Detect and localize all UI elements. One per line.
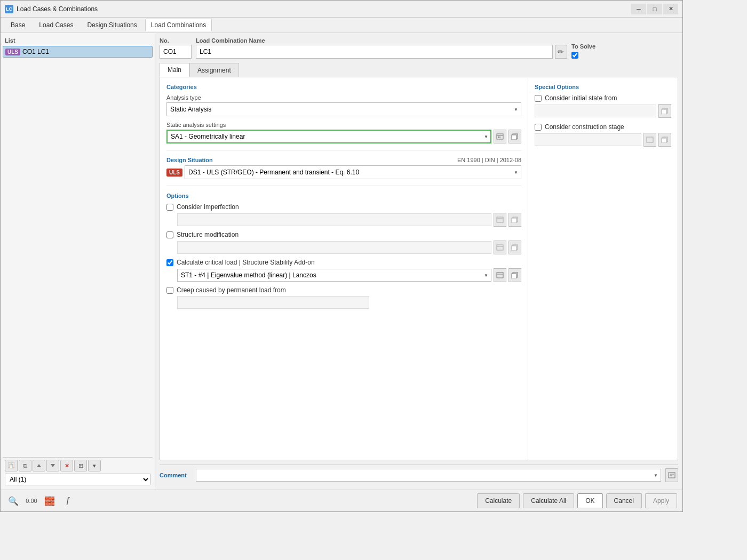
ds-select-wrapper: DS1 - ULS (STR/GEO) - Permanent and tran…	[185, 165, 521, 179]
svg-rect-26	[662, 138, 666, 143]
creep-input	[177, 296, 369, 309]
to-solve-checkbox[interactable]	[571, 52, 578, 59]
tab-main[interactable]: Main	[160, 63, 189, 77]
tab-design-situations[interactable]: Design Situations	[81, 19, 142, 31]
structure-modification-row: Structure modification	[166, 231, 521, 254]
minimize-button[interactable]: ─	[631, 4, 646, 14]
calculate-critical-checkbox[interactable]	[166, 259, 173, 266]
calculate-critical-check-row: Calculate critical load | Structure Stab…	[166, 259, 521, 266]
app-icon: LC	[5, 5, 13, 13]
ok-button[interactable]: OK	[577, 493, 602, 508]
initial-state-copy-btn[interactable]	[658, 104, 671, 118]
comment-select[interactable]	[196, 469, 661, 482]
delete-button[interactable]: ✕	[60, 460, 73, 471]
move-down-button[interactable]	[46, 460, 59, 471]
bottom-bar: 🔍 0.00 🧱 ƒ Calculate Calculate All OK Ca…	[1, 490, 682, 511]
cancel-button[interactable]: Cancel	[606, 493, 642, 508]
construction-stage-view-btn[interactable]	[643, 133, 656, 147]
tab-assignment[interactable]: Assignment	[189, 63, 239, 77]
comment-edit-button[interactable]	[665, 468, 678, 482]
sidebar-header: List	[3, 35, 153, 45]
numeric-bottom-button[interactable]: 0.00	[24, 494, 39, 508]
to-solve-label: To Solve	[571, 43, 678, 50]
more-button[interactable]: ▾	[88, 460, 101, 471]
uls-badge: ULS	[5, 49, 20, 55]
svg-rect-17	[512, 246, 516, 251]
svg-rect-14	[497, 245, 503, 250]
construction-stage-copy-btn[interactable]	[658, 133, 671, 147]
move-up-button[interactable]	[33, 460, 45, 471]
svg-rect-23	[662, 109, 666, 114]
analysis-type-select[interactable]: Static Analysis	[166, 102, 521, 116]
svg-rect-7	[499, 137, 500, 138]
critical-load-select[interactable]: ST1 - #4 | Eigenvalue method (linear) | …	[177, 269, 491, 282]
sidebar-footer: 📋 ⧉ ✕ ⊞ ▾ All (1)	[3, 457, 153, 487]
to-solve-section: To Solve	[571, 43, 678, 59]
structure-bottom-button[interactable]: 🧱	[42, 494, 57, 508]
maximize-button[interactable]: □	[647, 4, 662, 14]
structure-modification-checkbox[interactable]	[166, 231, 173, 238]
sidebar-item-label: CO1 LC1	[22, 48, 49, 55]
window-controls: ─ □ ✕	[631, 4, 678, 14]
consider-imperfection-label: Consider imperfection	[177, 203, 239, 211]
name-input[interactable]	[196, 45, 553, 59]
static-settings-select[interactable]: SA1 - Geometrically linear	[166, 130, 491, 143]
imperfection-sub-row	[177, 213, 521, 227]
imperfection-copy-btn[interactable]	[508, 213, 521, 227]
special-options-title: Special Options	[535, 84, 671, 90]
comment-section: Comment	[160, 465, 678, 485]
structure-mod-input	[177, 241, 491, 254]
tab-content: Categories Analysis type Static Analysis…	[160, 77, 678, 460]
categories-title: Categories	[166, 84, 521, 90]
design-situation-select[interactable]: DS1 - ULS (STR/GEO) - Permanent and tran…	[185, 165, 521, 179]
name-field-group: Load Combination Name ✏	[196, 37, 567, 59]
ds-uls-badge: ULS	[166, 169, 182, 177]
consider-imperfection-check-row: Consider imperfection	[166, 203, 521, 211]
creep-checkbox[interactable]	[166, 287, 173, 294]
structure-mod-sub-row	[177, 241, 521, 254]
sidebar-filter: All (1)	[5, 474, 150, 485]
static-settings-copy-button[interactable]	[508, 130, 521, 143]
tab-load-cases[interactable]: Load Cases	[33, 19, 79, 31]
filter-select[interactable]: All (1)	[5, 474, 150, 485]
content-area: List ULS CO1 LC1 📋 ⧉ ✕	[1, 33, 682, 490]
svg-marker-3	[51, 464, 55, 467]
copy-button[interactable]: ⧉	[19, 460, 31, 471]
add-button[interactable]: 📋	[5, 460, 18, 471]
imperfection-view-btn[interactable]	[494, 213, 506, 227]
search-bottom-button[interactable]: 🔍	[6, 494, 21, 508]
consider-imperfection-checkbox[interactable]	[166, 204, 173, 211]
static-settings-label: Static analysis settings	[166, 122, 521, 128]
close-button[interactable]: ✕	[663, 4, 678, 14]
structure-mod-view-btn[interactable]	[494, 241, 506, 254]
structure-mod-copy-btn[interactable]	[508, 241, 521, 254]
tab-load-combinations[interactable]: Load Combinations	[145, 19, 212, 31]
apply-button[interactable]: Apply	[645, 493, 677, 508]
svg-rect-21	[512, 274, 516, 278]
function-bottom-button[interactable]: ƒ	[60, 494, 75, 508]
calculate-all-button[interactable]: Calculate All	[523, 493, 574, 508]
multi-button[interactable]: ⊞	[74, 460, 87, 471]
list-item[interactable]: ULS CO1 LC1	[3, 46, 153, 58]
comment-select-wrapper	[196, 469, 661, 482]
construction-stage-checkbox[interactable]	[535, 124, 542, 131]
calculate-critical-label: Calculate critical load | Structure Stab…	[177, 259, 315, 266]
no-input[interactable]	[160, 45, 192, 59]
bottom-icons: 🔍 0.00 🧱 ƒ	[6, 494, 75, 508]
initial-state-checkbox[interactable]	[535, 95, 542, 102]
calculate-button[interactable]: Calculate	[477, 493, 520, 508]
divider-2	[166, 186, 521, 186]
initial-state-input	[535, 105, 656, 117]
creep-sub-row	[177, 296, 521, 309]
static-settings-view-button[interactable]	[494, 130, 506, 143]
critical-view-btn[interactable]	[494, 268, 506, 282]
structure-modification-check-row: Structure modification	[166, 231, 521, 238]
svg-rect-9	[512, 135, 516, 140]
name-edit-button[interactable]: ✏	[555, 45, 567, 59]
construction-stage-check-row: Consider construction stage	[535, 123, 671, 131]
imperfection-input	[177, 213, 491, 226]
tab-base[interactable]: Base	[5, 19, 31, 31]
critical-copy-btn[interactable]	[508, 268, 521, 282]
creep-row: Creep caused by permanent load from	[166, 286, 521, 309]
consider-imperfection-row: Consider imperfection	[166, 203, 521, 227]
